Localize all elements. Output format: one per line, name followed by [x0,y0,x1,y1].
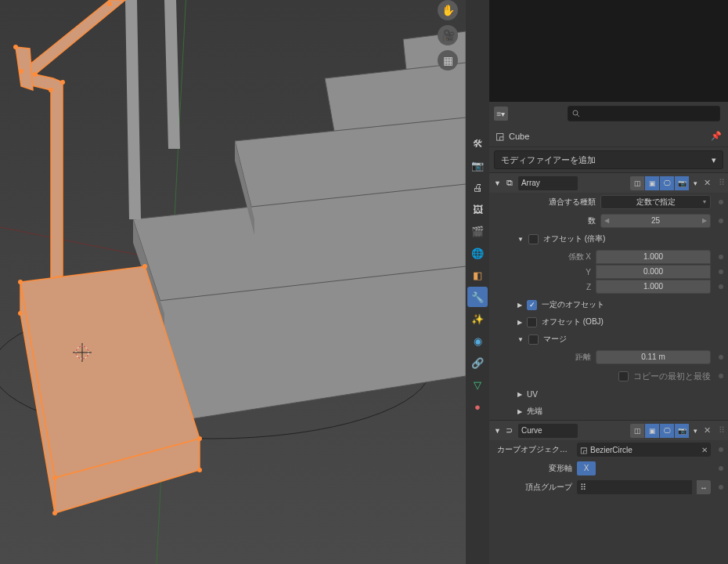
modifier-name-field[interactable]: Curve [518,424,578,438]
first-last-checkbox[interactable] [618,371,629,381]
svg-point-31 [33,72,38,77]
anim-dot-icon[interactable] [719,200,723,204]
object-offset-checkbox[interactable] [527,317,537,327]
anim-dot-icon[interactable] [719,466,723,471]
tab-constraint-icon[interactable]: 🔗 [467,352,488,373]
delete-modifier-icon[interactable]: ✕ [704,425,711,436]
svg-point-26 [52,475,57,480]
add-modifier-dropdown[interactable]: モディファイアーを追加 ▾ [494,150,723,169]
tab-tool-icon[interactable]: 🛠 [467,133,488,154]
factor-y-label: Y [528,268,591,277]
svg-point-28 [197,468,202,472]
disclosure-triangle-icon[interactable]: ▼ [517,336,524,343]
mod-edit-mode-icon[interactable]: ◫ [630,424,644,438]
grid-icon[interactable]: ▦ [438,50,458,70]
tab-scene-icon[interactable]: 🎬 [467,221,488,241]
constant-offset-checkbox[interactable]: ✓ [527,300,537,310]
vertex-group-field[interactable]: ⠿ [577,480,692,494]
camera-icon[interactable]: 🎥 [438,25,458,45]
relative-offset-checkbox[interactable] [528,234,539,244]
tab-output-icon[interactable]: 🖨 [467,177,488,197]
anim-dot-icon[interactable] [719,269,723,274]
tab-world-icon[interactable]: 🌐 [467,243,488,263]
delete-modifier-icon[interactable]: ✕ [704,178,711,188]
viewport-3d[interactable]: ✋ 🎥 ▦ [0,0,466,564]
anim-dot-icon[interactable] [719,447,723,452]
svg-marker-16 [21,71,63,278]
svg-marker-12 [164,0,180,149]
vertex-group-label: 頂点グループ [494,482,572,493]
merge-checkbox[interactable] [528,334,539,345]
count-label: 数 [494,215,596,226]
merge-label: マージ [543,334,567,345]
factor-y-field[interactable]: 0.000 [596,265,711,279]
mod-viewport-icon[interactable]: 🖵 [660,424,674,438]
tab-object-icon[interactable]: ◧ [467,265,488,285]
disclosure-triangle-icon[interactable]: ▼ [517,236,524,243]
tab-particle-icon[interactable]: ✨ [467,309,488,329]
object-icon: ◲ [496,131,504,142]
anim-dot-icon[interactable] [719,219,723,223]
mod-cage-icon[interactable]: ▣ [645,424,659,438]
svg-point-35 [60,80,65,85]
mod-edit-mode-icon[interactable]: ◫ [630,176,644,190]
deform-axis-label: 変形軸 [494,463,572,474]
uv-label: UV [527,390,538,399]
modifier-header-curve[interactable]: ▼ ⊃ Curve ◫ ▣ 🖵 📷 ▾ ✕ ⠿ [489,420,728,440]
count-field[interactable]: ◀ 25 ▶ [600,214,711,228]
anim-dot-icon[interactable] [719,255,723,259]
anim-dot-icon[interactable] [719,485,723,490]
disclosure-triangle-icon[interactable]: ▶ [517,319,522,326]
invert-vgroup-icon[interactable]: ↔ [697,480,711,494]
relative-offset-label: オフセット (倍率) [543,233,605,244]
anim-dot-icon[interactable] [719,355,723,360]
search-input[interactable] [568,106,720,121]
disclosure-triangle-icon[interactable]: ▼ [494,179,501,187]
mod-render-icon[interactable]: 📷 [675,176,689,190]
vgroup-icon: ⠿ [580,483,586,493]
tab-view-icon[interactable]: 🖼 [467,199,488,219]
svg-point-34 [49,88,53,92]
tab-render-icon[interactable]: 📷 [467,155,488,175]
disclosure-triangle-icon[interactable]: ▶ [517,408,522,415]
disclosure-triangle-icon[interactable]: ▶ [517,391,522,398]
curve-icon: ◲ [580,446,587,454]
options-menu-icon[interactable]: ≡▾ [494,107,508,121]
tab-physics-icon[interactable]: ◉ [467,331,488,351]
tab-modifier-icon[interactable]: 🔧 [467,287,488,307]
factor-x-field[interactable]: 1.000 [596,250,711,264]
mod-render-icon[interactable]: 📷 [675,424,689,438]
fit-type-label: 適合する種類 [494,197,596,208]
mod-cage-icon[interactable]: ▣ [645,176,659,190]
disclosure-triangle-icon[interactable]: ▶ [517,302,522,309]
deform-axis-button[interactable]: X [577,461,596,475]
add-modifier-label: モディファイアーを追加 [501,154,596,166]
modifier-name-field[interactable]: Array [518,176,578,190]
curve-object-field[interactable]: ◲ BezierCircle ✕ [577,443,711,457]
caps-label: 先端 [527,406,542,417]
svg-point-32 [107,2,112,6]
anim-dot-icon[interactable] [719,374,723,378]
fit-type-dropdown[interactable]: 定数で指定 ▾ [600,195,711,209]
constant-offset-label: 一定のオフセット [542,299,604,310]
tab-data-icon[interactable]: ▽ [467,374,488,395]
anim-dot-icon[interactable] [719,284,723,289]
clear-icon[interactable]: ✕ [701,446,708,454]
merge-distance-field[interactable]: 0.11 m [596,350,711,364]
pin-icon[interactable]: 📌 [711,131,722,141]
mod-viewport-icon[interactable]: 🖵 [660,176,674,190]
svg-marker-17 [21,0,125,74]
chevron-down-icon[interactable]: ▾ [694,427,697,435]
chevron-down-icon: ▾ [712,155,716,165]
chevron-down-icon[interactable]: ▾ [694,179,697,187]
svg-marker-11 [125,0,141,219]
drag-handle-icon[interactable]: ⠿ [719,178,723,188]
array-modifier-icon: ⧉ [504,178,515,188]
modifier-header-array[interactable]: ▼ ⧉ Array ◫ ▣ 🖵 📷 ▾ ✕ ⠿ [489,172,728,193]
tab-material-icon[interactable]: ● [467,396,488,417]
pan-icon[interactable]: ✋ [438,0,458,20]
drag-handle-icon[interactable]: ⠿ [719,425,723,436]
factor-z-label: Z [528,283,591,291]
factor-z-field[interactable]: 1.000 [596,280,711,294]
disclosure-triangle-icon[interactable]: ▼ [494,427,501,435]
